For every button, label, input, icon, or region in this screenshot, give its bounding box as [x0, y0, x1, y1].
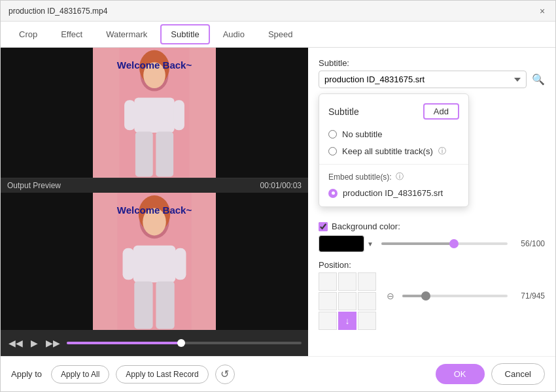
embed-srt-option[interactable]: production ID_4831675.srt: [319, 185, 468, 201]
main-window: production ID_4831675.mp4 × Crop Effect …: [0, 0, 556, 392]
tab-effect[interactable]: Effect: [50, 24, 93, 44]
position-slider[interactable]: [402, 295, 508, 297]
no-subtitle-option[interactable]: No subtitle: [319, 126, 468, 142]
opacity-thumb[interactable]: [449, 239, 459, 248]
video-bg: Welcome Back~: [1, 48, 308, 178]
position-label: Position:: [319, 260, 545, 270]
embed-label: Embed subtitle(s): ⓘ: [319, 169, 468, 185]
video-panel: Welcome Back~ Output Preview 00:01/00:03: [1, 48, 308, 356]
color-slider-row: ▼ 56/100: [319, 235, 545, 252]
subtitle-file-row: production ID_4831675.srt 🔍: [319, 71, 545, 88]
add-subtitle-button[interactable]: Add: [423, 103, 459, 120]
play-button[interactable]: ▶: [29, 336, 39, 350]
step-forward-button[interactable]: ▶▶: [44, 336, 61, 350]
main-content: Welcome Back~ Output Preview 00:01/00:03: [1, 48, 555, 356]
position-grid: ↓: [319, 272, 376, 330]
embed-radio-dot: [328, 189, 338, 198]
subtitle-dropdown: Subtitle Add No subtitle Keep all subtit…: [319, 93, 469, 207]
embed-subtitle-label: Embed subtitle(s):: [328, 172, 392, 182]
keep-all-help-icon[interactable]: ⓘ: [438, 146, 446, 157]
embed-radio-inner: [332, 191, 335, 195]
pos-slider-icon: ⊖: [387, 291, 394, 301]
timestamp: 00:01/00:03: [260, 181, 302, 190]
opacity-value: 56/100: [515, 239, 545, 248]
position-value: 71/945: [515, 291, 545, 301]
ok-button[interactable]: OK: [436, 364, 485, 384]
tab-subtitle[interactable]: Subtitle: [160, 24, 209, 44]
search-subtitle-button[interactable]: 🔍: [532, 73, 545, 86]
svg-rect-4: [134, 98, 174, 133]
color-dropdown-arrow[interactable]: ▼: [367, 240, 374, 248]
output-preview-bar: Output Preview 00:01/00:03: [1, 178, 308, 193]
opacity-fill: [381, 242, 452, 245]
opacity-slider[interactable]: [381, 242, 508, 245]
progress-bar[interactable]: [67, 342, 302, 344]
pos-top-left[interactable]: [319, 272, 337, 291]
video-bg-bottom: Welcome Back~: [1, 193, 308, 330]
dropdown-title: Subtitle: [328, 106, 359, 117]
cancel-button[interactable]: Cancel: [491, 363, 545, 385]
svg-rect-8: [156, 132, 173, 177]
video-right-black: [216, 48, 308, 178]
subtitle-label: Subtitle:: [319, 58, 545, 68]
svg-rect-17: [156, 282, 174, 329]
progress-thumb[interactable]: [177, 339, 185, 347]
tab-crop[interactable]: Crop: [9, 24, 48, 44]
position-thumb[interactable]: [421, 291, 430, 301]
no-subtitle-label: No subtitle: [342, 129, 382, 139]
pos-mid-right[interactable]: [358, 292, 376, 310]
pos-bot-center-icon: ↓: [345, 316, 350, 326]
tab-watermark[interactable]: Watermark: [96, 24, 158, 44]
title-bar: production ID_4831675.mp4 ×: [1, 1, 555, 22]
reset-button[interactable]: ↺: [215, 365, 235, 384]
bottom-actions: Apply to Apply to All Apply to Last Reco…: [1, 356, 555, 391]
subtitle-select[interactable]: production ID_4831675.srt: [319, 71, 527, 88]
step-back-button[interactable]: ◀◀: [7, 336, 24, 350]
no-subtitle-radio[interactable]: [328, 130, 337, 139]
tab-audio[interactable]: Audio: [213, 24, 255, 44]
output-preview-label: Output Preview: [7, 181, 61, 190]
video-preview-bottom: Welcome Back~: [1, 193, 308, 330]
close-button[interactable]: ×: [537, 6, 547, 16]
pos-bot-right[interactable]: [358, 312, 376, 330]
apply-to-all-button[interactable]: Apply to All: [51, 365, 109, 384]
tab-speed[interactable]: Speed: [258, 24, 304, 44]
progress-fill: [67, 342, 179, 344]
pos-top-center[interactable]: [338, 272, 356, 291]
welcome-text: Welcome Back~: [117, 59, 192, 71]
embed-srt-label: production ID_4831675.srt: [343, 188, 443, 198]
pos-mid-center[interactable]: [338, 292, 356, 310]
dropdown-divider: [319, 164, 468, 165]
svg-rect-5: [124, 100, 135, 130]
pos-mid-left[interactable]: [319, 292, 337, 310]
video-bottom-right-black: [216, 193, 308, 330]
apply-to-last-record-button[interactable]: Apply to Last Record: [116, 365, 208, 384]
video-preview-top: Welcome Back~: [1, 48, 308, 178]
keep-all-radio[interactable]: [328, 147, 337, 155]
keep-all-option[interactable]: Keep all subtitle track(s) ⓘ: [319, 142, 468, 160]
keep-all-label: Keep all subtitle track(s): [342, 146, 433, 156]
apply-to-label: Apply to: [11, 369, 42, 379]
pos-bot-left[interactable]: [319, 312, 337, 330]
pos-top-right[interactable]: [358, 272, 376, 291]
pos-bot-center[interactable]: ↓: [338, 312, 356, 330]
bg-color-label: Background color:: [332, 221, 400, 231]
svg-rect-13: [133, 246, 176, 283]
dropdown-header: Subtitle Add: [319, 99, 468, 126]
position-slider-wrap: ⊖ 71/945: [387, 291, 545, 301]
position-fill: [402, 295, 423, 297]
svg-rect-16: [134, 282, 152, 329]
bg-color-checkbox-label: Background color:: [319, 221, 400, 231]
color-swatch-wrap: ▼: [319, 235, 374, 252]
window-title: production ID_4831675.mp4: [9, 7, 107, 16]
subtitle-section: Subtitle: production ID_4831675.srt 🔍: [319, 58, 545, 88]
video-left-black: [1, 48, 93, 178]
embed-help-icon[interactable]: ⓘ: [396, 171, 404, 182]
bg-color-row: Background color:: [319, 221, 545, 231]
position-controls: ↓ ⊖ 71/945: [319, 272, 545, 330]
reset-icon: ↺: [220, 368, 229, 380]
svg-rect-7: [135, 132, 153, 177]
playback-controls: ◀◀ ▶ ▶▶: [1, 330, 308, 356]
color-swatch[interactable]: [319, 235, 364, 252]
bg-color-checkbox[interactable]: [319, 222, 328, 231]
